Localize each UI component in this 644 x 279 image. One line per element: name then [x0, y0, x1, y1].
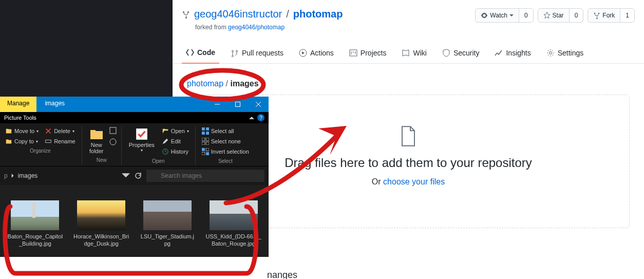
play-icon [299, 49, 307, 57]
watch-label: Watch [490, 12, 507, 19]
title-separator: / [286, 8, 289, 20]
gear-icon [546, 49, 555, 57]
collapse-ribbon-icon[interactable] [249, 116, 254, 119]
delete-button[interactable]: Delete▾ [43, 126, 78, 136]
thumbnail [210, 200, 258, 230]
svg-rect-15 [202, 142, 205, 145]
tab-insights[interactable]: Insights [490, 44, 535, 63]
tab-settings[interactable]: Settings [542, 44, 588, 63]
svg-rect-4 [46, 140, 51, 142]
rename-label: Rename [54, 138, 75, 144]
fork-icon [182, 10, 190, 18]
path-crumb[interactable]: p images [4, 172, 118, 179]
history-icon [162, 148, 169, 155]
maximize-button[interactable] [228, 97, 248, 112]
file-item[interactable]: Baton_Rouge_Capitol_Building.jpg [7, 200, 63, 248]
search-input[interactable] [146, 170, 264, 182]
owner-link[interactable]: geog4046instructor [194, 8, 282, 20]
easy-access-icon[interactable] [109, 138, 117, 146]
fork-count[interactable]: 1 [620, 9, 634, 22]
select-none-label: Select none [211, 138, 241, 144]
path-breadcrumb: photomap / images [173, 64, 644, 95]
invert-selection-button[interactable]: Invert selection [200, 147, 251, 156]
properties-button[interactable]: Properties▾ [126, 126, 158, 154]
tab-wiki-label: Wiki [413, 49, 426, 57]
shield-icon [442, 49, 450, 57]
rename-button[interactable]: Rename [43, 137, 78, 146]
organize-group-label: Organize [30, 146, 51, 155]
pull-request-icon [231, 49, 239, 57]
explorer-titlebar[interactable]: Manage images [0, 97, 269, 112]
select-all-button[interactable]: Select all [200, 126, 251, 136]
graph-icon [495, 49, 503, 57]
fork-icon [593, 12, 600, 19]
picture-tools-label: Picture Tools [4, 115, 36, 121]
tab-pulls[interactable]: Pull requests [226, 44, 288, 63]
manage-tab[interactable]: Manage [0, 97, 36, 112]
repo-link[interactable]: photomap [293, 8, 343, 20]
close-button[interactable] [248, 97, 269, 112]
thumbnail [11, 200, 59, 230]
choose-files-link[interactable]: choose your files [383, 177, 445, 186]
star-label: Star [553, 12, 564, 19]
file-item[interactable]: USS_Kidd_(DD-661)_Baton_Rouge.jpg [205, 200, 261, 248]
folder-icon [89, 127, 104, 141]
forked-from: forked from geog4046/photomap [195, 24, 644, 31]
svg-rect-16 [206, 142, 209, 145]
edit-icon [162, 138, 169, 145]
address-bar: p images [0, 166, 269, 185]
select-group-label: Select [218, 156, 233, 165]
refresh-icon[interactable] [134, 172, 142, 180]
svg-rect-19 [202, 152, 205, 155]
tab-projects[interactable]: Projects [345, 44, 391, 63]
minimize-button[interactable] [207, 97, 228, 112]
fork-button[interactable]: Fork 1 [588, 8, 635, 23]
svg-rect-9 [202, 127, 205, 131]
breadcrumb-root[interactable]: photomap [187, 79, 223, 88]
open-label: Open [171, 128, 185, 134]
star-button[interactable]: Star 0 [538, 8, 584, 23]
window-title: images [36, 97, 73, 112]
file-name: USS_Kidd_(DD-661)_Baton_Rouge.jpg [205, 233, 261, 248]
select-none-button[interactable]: Select none [200, 137, 251, 146]
file-list: Baton_Rouge_Capitol_Building.jpg Horace_… [0, 185, 269, 257]
watch-count[interactable]: 0 [519, 9, 533, 22]
file-item[interactable]: Horace_Wilkinson_Bridge_Dusk.jpg [73, 200, 129, 248]
history-label: History [171, 148, 188, 155]
copy-to-button[interactable]: Copy to▾ [3, 137, 41, 146]
delete-label: Delete [54, 128, 70, 134]
select-none-icon [202, 138, 209, 145]
new-folder-button[interactable]: New folder [86, 126, 107, 155]
svg-rect-13 [202, 138, 205, 141]
forked-from-link[interactable]: geog4046/photomap [228, 24, 285, 31]
move-to-button[interactable]: Move to▾ [3, 126, 41, 136]
open-button[interactable]: Open▾ [160, 126, 191, 136]
history-button[interactable]: History [160, 147, 191, 156]
file-item[interactable]: LSU_Tiger_Stadium.jpg [140, 200, 196, 248]
watch-button[interactable]: Watch 0 [475, 8, 533, 23]
svg-rect-14 [206, 138, 209, 141]
cutoff-text: nanges [267, 270, 297, 279]
help-icon[interactable]: ? [257, 114, 264, 121]
tab-code-label: Code [197, 48, 215, 57]
dropdown-icon[interactable] [122, 172, 130, 180]
new-item-icon[interactable] [109, 126, 117, 135]
breadcrumb-current: images [231, 79, 259, 88]
fork-label: Fork [602, 12, 615, 19]
repo-action-buttons: Watch 0 Star 0 Fork 1 [475, 8, 635, 23]
tab-insights-label: Insights [506, 49, 531, 57]
open-icon [162, 127, 169, 135]
star-count[interactable]: 0 [569, 9, 583, 22]
edit-label: Edit [171, 138, 181, 144]
code-icon [186, 48, 194, 57]
edit-button[interactable]: Edit [160, 137, 191, 146]
tab-code[interactable]: Code [182, 44, 219, 64]
tab-actions[interactable]: Actions [295, 44, 338, 63]
tab-security[interactable]: Security [438, 44, 484, 63]
star-icon [543, 12, 551, 19]
forked-prefix: forked from [195, 24, 228, 31]
tab-actions-label: Actions [310, 49, 334, 57]
crumb-current: images [18, 172, 38, 179]
tab-wiki[interactable]: Wiki [397, 44, 430, 63]
project-icon [349, 49, 357, 57]
